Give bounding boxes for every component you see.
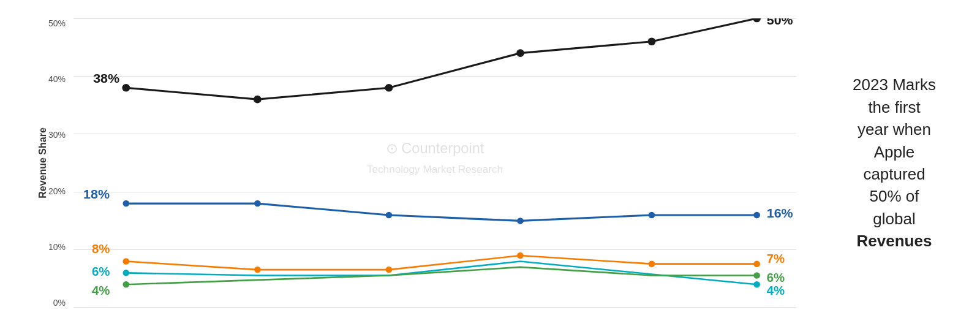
chart-inner: 50% 40% 30% 20% 10% 0% ⊙ Counterpoint Te… bbox=[37, 18, 796, 308]
annotation-line4: Apple bbox=[874, 143, 915, 161]
chart-svg: ⊙ Counterpoint Technology Market Researc… bbox=[74, 18, 796, 308]
svg-text:⊙ Counterpoint: ⊙ Counterpoint bbox=[386, 141, 484, 157]
apple-dot-3 bbox=[385, 84, 393, 92]
annotation-line6: 50% of bbox=[870, 187, 919, 205]
brand5-end-label: 6% bbox=[767, 271, 785, 284]
brand4-dot-2 bbox=[753, 281, 760, 287]
apple-line bbox=[126, 18, 757, 99]
brand3-start-label: 8% bbox=[92, 242, 110, 256]
samsung-line bbox=[126, 203, 757, 221]
apple-dot-4 bbox=[516, 49, 524, 57]
brand3-dot-1 bbox=[123, 258, 129, 264]
samsung-start-label: 18% bbox=[83, 187, 110, 201]
apple-dot-5 bbox=[648, 37, 656, 45]
brand3-dot-6 bbox=[753, 260, 760, 267]
apple-start-label: 38% bbox=[93, 71, 119, 85]
apple-dot-2 bbox=[254, 96, 262, 104]
y-label-30: 30% bbox=[48, 130, 66, 140]
samsung-dot-5 bbox=[649, 212, 655, 218]
samsung-dot-6 bbox=[753, 212, 760, 218]
annotation-line5: captured bbox=[863, 165, 925, 183]
samsung-dot-2 bbox=[254, 200, 261, 207]
brand3-dot-3 bbox=[386, 267, 393, 273]
y-label-0: 0% bbox=[53, 298, 66, 308]
annotation-line3: year when bbox=[858, 120, 931, 138]
samsung-dot-3 bbox=[386, 212, 393, 218]
brand3-line bbox=[126, 256, 757, 270]
samsung-dot-1 bbox=[123, 200, 129, 207]
brand5-dot-1 bbox=[123, 281, 129, 287]
apple-dot-6 bbox=[753, 18, 761, 22]
annotation-line2: the first bbox=[868, 98, 920, 116]
y-labels: 50% 40% 30% 20% 10% 0% bbox=[37, 18, 70, 308]
y-label-10: 10% bbox=[48, 242, 66, 252]
apple-dot-1 bbox=[122, 84, 130, 92]
y-label-40: 40% bbox=[48, 74, 66, 84]
svg-text:Technology Market Research: Technology Market Research bbox=[367, 164, 503, 175]
annotation-line1: 2023 Marks bbox=[853, 75, 936, 94]
brand4-start-label: 6% bbox=[92, 265, 110, 278]
brand3-dot-4 bbox=[517, 252, 524, 259]
y-label-20: 20% bbox=[48, 186, 66, 196]
brand5-start-label: 4% bbox=[92, 284, 110, 297]
apple-end-label: 50% bbox=[767, 18, 793, 27]
brand3-end-label: 7% bbox=[767, 252, 785, 265]
samsung-end-label: 16% bbox=[767, 206, 793, 220]
brand4-dot-1 bbox=[123, 270, 129, 276]
brand5-dot-2 bbox=[753, 272, 760, 278]
annotation-panel: 2023 Marks the first year when Apple cap… bbox=[809, 0, 980, 326]
samsung-dot-4 bbox=[517, 218, 524, 224]
chart-area: Revenue Share 50% 40% 30% 20% 10% 0% ⊙ C… bbox=[0, 0, 809, 326]
brand3-dot-5 bbox=[649, 260, 655, 267]
y-label-50: 50% bbox=[48, 18, 66, 28]
brand3-dot-2 bbox=[254, 267, 261, 273]
brand4-end-label: 4% bbox=[767, 284, 785, 297]
annotation-line8: Revenues bbox=[857, 232, 932, 250]
annotation-line7: global bbox=[873, 210, 915, 228]
annotation-text: 2023 Marks the first year when Apple cap… bbox=[853, 74, 936, 252]
